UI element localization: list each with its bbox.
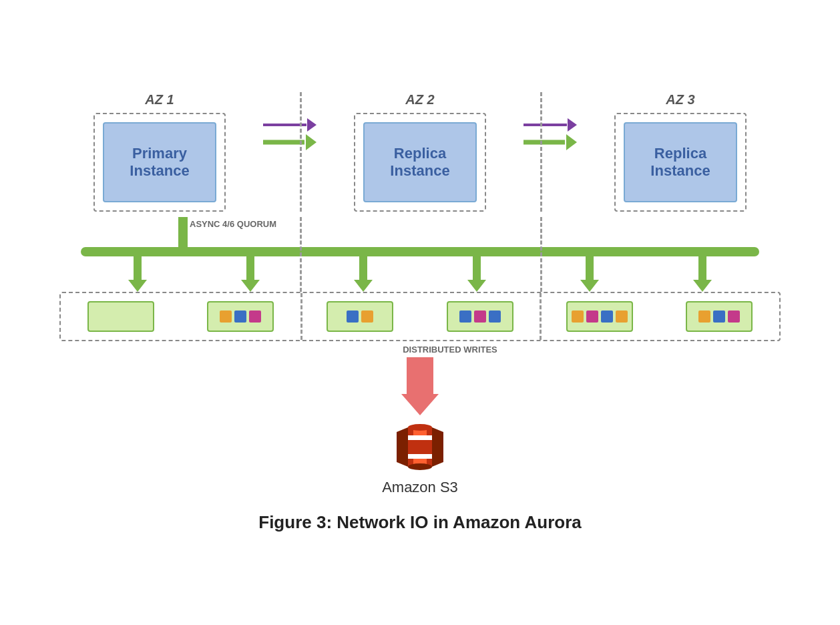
sq-blue-4 bbox=[489, 310, 501, 323]
sq-pink-3 bbox=[586, 310, 598, 323]
svg-marker-0 bbox=[397, 427, 408, 467]
arrows-az1-az2 bbox=[260, 119, 320, 150]
sq-orange-3 bbox=[572, 310, 584, 323]
svg-point-7 bbox=[408, 424, 432, 431]
v-divider-2 bbox=[540, 92, 542, 212]
sq-blue-6 bbox=[713, 310, 725, 323]
svg-marker-1 bbox=[432, 427, 443, 467]
az3-label: AZ 3 bbox=[666, 92, 694, 108]
az3-dotted-box: ReplicaInstance bbox=[614, 113, 747, 212]
sq-orange-4 bbox=[616, 310, 628, 323]
az2-dotted-box: ReplicaInstance bbox=[354, 113, 486, 212]
primary-instance-box: PrimaryInstance bbox=[103, 122, 216, 202]
green-arrow-right-2 bbox=[523, 135, 577, 150]
down-arrow-6 bbox=[693, 256, 712, 292]
arrows-az2-az3 bbox=[520, 119, 580, 150]
sq-pink-4 bbox=[728, 310, 740, 323]
az1-dotted-box: PrimaryInstance bbox=[93, 113, 226, 212]
v-divider-1 bbox=[300, 92, 302, 212]
v-divider-3 bbox=[300, 217, 302, 292]
s3-icon bbox=[393, 422, 447, 475]
storage-v-divider-2 bbox=[540, 293, 542, 340]
az1-label: AZ 1 bbox=[145, 92, 174, 108]
sq-blue-1 bbox=[234, 310, 246, 323]
down-arrows-row bbox=[81, 256, 759, 292]
sq-pink-2 bbox=[474, 310, 486, 323]
replica-instance-box-2: ReplicaInstance bbox=[624, 122, 737, 202]
svg-marker-3 bbox=[408, 440, 432, 454]
storage-block-2 bbox=[207, 301, 274, 332]
svg-point-8 bbox=[408, 463, 432, 470]
down-arrow-1 bbox=[128, 256, 147, 292]
az2-block: AZ 2 ReplicaInstance bbox=[320, 92, 520, 212]
sq-orange-2 bbox=[361, 310, 373, 323]
green-horizontal-bar bbox=[81, 247, 759, 256]
async-label: ASYNC 4/6 QUORUM bbox=[190, 218, 276, 230]
down-arrow-2 bbox=[241, 256, 260, 292]
storage-v-divider-1 bbox=[300, 293, 302, 340]
storage-block-5 bbox=[566, 301, 633, 332]
sq-pink-1 bbox=[249, 310, 261, 323]
sq-orange-1 bbox=[220, 310, 232, 323]
green-arrow-right-1 bbox=[263, 135, 317, 150]
down-arrow-5 bbox=[580, 256, 599, 292]
purple-arrow-1 bbox=[263, 119, 317, 131]
purple-arrow-2 bbox=[523, 119, 577, 131]
storage-block-6 bbox=[686, 301, 753, 332]
az2-label: AZ 2 bbox=[405, 92, 434, 108]
down-arrow-4 bbox=[467, 256, 486, 292]
az3-block: AZ 3 ReplicaInstance bbox=[580, 92, 781, 212]
sq-blue-2 bbox=[347, 310, 359, 323]
distributed-label: DISTRIBUTED WRITES bbox=[403, 344, 497, 356]
sq-blue-3 bbox=[459, 310, 471, 323]
v-divider-4 bbox=[540, 217, 542, 292]
figure-caption: Figure 3: Network IO in Amazon Aurora bbox=[59, 512, 781, 533]
sq-blue-5 bbox=[601, 310, 613, 323]
s3-label: Amazon S3 bbox=[382, 479, 458, 496]
sq-orange-5 bbox=[698, 310, 710, 323]
distributed-writes-arrow bbox=[401, 357, 439, 415]
down-arrow-3 bbox=[354, 256, 373, 292]
primary-down-stem bbox=[178, 217, 188, 247]
storage-block-3 bbox=[327, 301, 393, 332]
storage-block-4 bbox=[447, 301, 513, 332]
storage-row bbox=[59, 292, 781, 341]
az1-block: AZ 1 PrimaryInstance bbox=[59, 92, 260, 212]
diagram-container: AZ 1 PrimaryInstance AZ 2 ReplicaInstanc… bbox=[59, 92, 781, 533]
storage-block-1 bbox=[87, 301, 154, 332]
replica-instance-box-1: ReplicaInstance bbox=[363, 122, 477, 202]
s3-section: DISTRIBUTED WRITES bbox=[59, 341, 781, 496]
